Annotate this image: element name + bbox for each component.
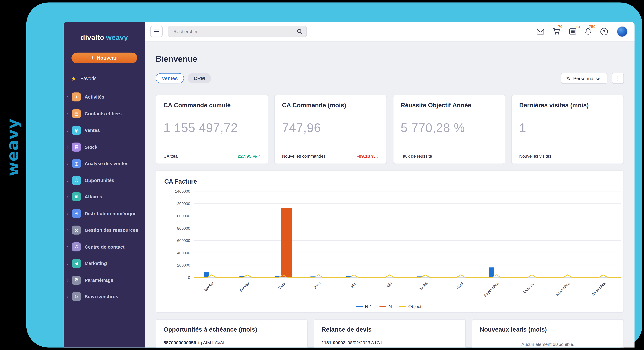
chevron-right-icon: › [67,161,72,166]
kpi-value: 5 770,28 % [401,121,498,135]
x-axis-label: Juillet [405,281,428,304]
ca-facture-plot: 0200000400000600000800000100000012000001… [194,191,622,278]
opportunities-icon: ◎ [72,176,81,185]
legend-item-objectif[interactable]: Objectif [399,304,424,309]
tab-crm[interactable]: CRM [188,73,211,84]
y-axis-label: 1000000 [175,214,190,218]
sidebar-item-analyse-des-ventes[interactable]: › ◫ Analyse des ventes [64,155,145,172]
sidebar-item-parametrage[interactable]: › ⚙ Paramétrage [64,272,145,288]
dashboard-content: Bienvenue Ventes CRM ✎ Personnaliser ⋮ [145,42,635,347]
sidebar-item-affaires[interactable]: › ▣ Affaires [64,189,145,205]
kpi-label: Nouvelles visites [519,154,551,159]
orders-button[interactable]: 113 [569,28,576,35]
kpi-label: Nouvelles commandes [282,154,326,159]
personalize-button[interactable]: ✎ Personnaliser [561,73,607,84]
sync-icon: ↻ [72,292,81,301]
card-title: Nouveaux leads (mois) [480,326,616,333]
search-input[interactable] [172,29,297,34]
digital-distribution-icon: ⊞ [72,209,81,218]
kpi-card-ca-commande-cumule: CA Commande cumulé 1 155 497,72 CA total… [156,95,268,164]
legend-item-n-1[interactable]: N-1 [356,304,372,309]
help-button[interactable]: ? [600,27,608,36]
sidebar-item-label: Gestion des ressources [85,228,138,232]
kpi-delta: 227,95 % ↑ [238,154,260,159]
more-options-button[interactable]: ⋮ [612,73,624,84]
page-title: Bienvenue [156,54,624,64]
kpi-title: CA Commande (mois) [282,101,379,108]
legend-item-n[interactable]: N [380,304,392,309]
chevron-right-icon: › [67,178,72,183]
sidebar-item-contacts-et-tiers[interactable]: › ▤ Contacts et tiers [64,105,145,122]
favorites-label: Favoris [80,76,96,81]
x-axis-label: Août [440,281,464,304]
ca-facture-chart-card: CA Facture 02000004000006000008000001000… [156,171,624,313]
mail-button[interactable] [537,29,544,34]
list-item[interactable]: 1181-0000208/02/2023 A1C1 [322,340,458,345]
topbar: 70 113 [145,22,635,42]
y-axis-label: 1400000 [175,189,190,193]
sidebar-item-distribution-numerique[interactable]: › ⊞ Distribution numérique [64,205,145,222]
sidebar-item-centre-de-contact[interactable]: › ✆ Centre de contact [64,238,145,255]
favorites-section[interactable]: ★ Favoris [64,73,145,84]
chevron-right-icon: › [67,294,72,299]
sidebar-item-suivi-synchros[interactable]: › ↻ Suivi synchros [64,288,145,305]
x-axis-label: Septembre [476,281,500,304]
card-relance-devis: Relance de devis 1181-0000208/02/2023 A1… [314,319,466,347]
card-title: Relance de devis [322,326,458,333]
mail-icon [537,29,544,34]
user-avatar[interactable] [617,26,628,37]
card-title: Opportunités à échéance (mois) [164,326,300,333]
cart-button[interactable]: 70 [553,28,560,35]
kpi-row: CA Commande cumulé 1 155 497,72 CA total… [156,95,624,164]
quote-text: 08/02/2023 A1C1 [348,340,382,345]
sidebar-item-gestion-des-ressources[interactable]: › ⚒ Gestion des ressources [64,222,145,239]
sidebar-item-label: Ventes [85,128,100,133]
sales-analysis-icon: ◫ [72,159,81,168]
sidebar-item-label: Opportunités [85,178,114,183]
dashboard-tabs: Ventes CRM ✎ Personnaliser ⋮ [156,73,624,84]
sidebar-item-ventes[interactable]: › ◉ Ventes [64,122,145,139]
list-item[interactable]: 5870000000056tg AIM LAVAL [164,340,300,345]
sales-icon: ◉ [72,126,81,135]
sidebar-item-label: Contacts et tiers [85,111,122,116]
sidebar-item-stock[interactable]: › ▦ Stock [64,139,145,155]
activities-icon: ✦ [72,93,81,102]
legend-swatch-n-1 [356,306,362,307]
kpi-label: Taux de réussite [401,154,432,159]
sidebar-item-label: Centre de contact [85,244,124,249]
sidebar-nav: › ✦ Activités › ▤ Contacts et tiers › ◉ … [64,89,145,305]
opportunity-ref: 5870000000056 [164,340,196,345]
sidebar-item-label: Activités [85,95,104,100]
chevron-right-icon: › [67,111,72,116]
kpi-delta: -89,18 % ↓ [357,154,379,159]
personalize-label: Personnaliser [573,76,602,81]
card-opportunites-echeance: Opportunités à échéance (mois) 587000000… [156,319,308,347]
legend-swatch-objectif [399,306,406,307]
menu-toggle-button[interactable] [150,26,163,37]
sidebar-item-opportunites[interactable]: › ◎ Opportunités [64,172,145,189]
deals-icon: ▣ [72,192,81,201]
help-icon: ? [600,27,608,36]
cart-badge: 70 [558,24,562,29]
tab-ventes[interactable]: Ventes [156,73,184,84]
sidebar-item-label: Distribution numérique [85,211,136,216]
notifications-button[interactable]: 750 [585,28,591,35]
sidebar-item-label: Marketing [85,261,107,266]
sidebar-item-marketing[interactable]: › ◀ Marketing [64,255,145,272]
settings-icon: ⚙ [72,276,81,285]
new-button-label: Nouveau [97,55,118,61]
resources-icon: ⚒ [72,226,81,235]
card-nouveaux-leads: Nouveaux leads (mois) Aucun élément disp… [472,319,624,347]
orders-badge: 113 [574,25,580,29]
kpi-value: 747,96 [282,121,379,135]
new-button[interactable]: + Nouveau [72,53,137,63]
order-list-icon [569,28,576,35]
kpi-title: Dernières visites (mois) [519,101,616,108]
chevron-right-icon: › [67,277,72,282]
chevron-right-icon: › [67,194,72,199]
logo-divalto: divalto [81,33,104,42]
sidebar-item-activites[interactable]: › ✦ Activités [64,89,145,105]
chevron-right-icon: › [67,261,72,266]
kpi-value: 1 [519,121,616,135]
kpi-value: 1 155 497,72 [164,121,260,135]
